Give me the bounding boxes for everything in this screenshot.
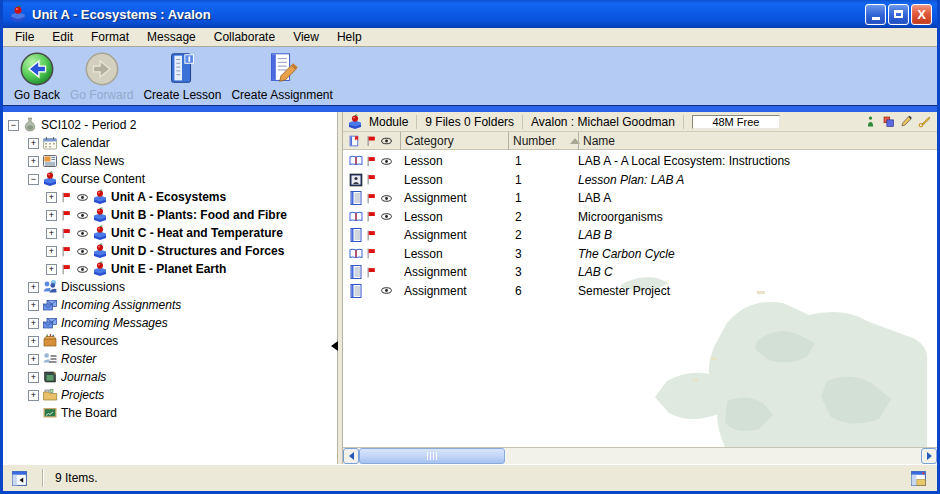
tree-item-label: Incoming Assignments <box>61 298 181 312</box>
expand-box-icon[interactable]: + <box>46 192 57 203</box>
item-type-icon[interactable] <box>348 132 361 150</box>
eye-icon[interactable] <box>380 132 393 150</box>
cell-category: Assignment <box>400 265 508 279</box>
go-forward-icon <box>83 50 121 88</box>
close-button[interactable]: X <box>911 4 932 25</box>
eye-icon <box>380 155 393 168</box>
expand-box-icon[interactable]: + <box>46 246 57 257</box>
tree-item[interactable]: +Discussions <box>3 278 337 296</box>
tree-item[interactable]: −SCI102 - Period 2 <box>3 116 337 134</box>
tree-item[interactable]: +Incoming Assignments <box>3 296 337 314</box>
app-window: Unit A - Ecosystems : Avalon X FileEditF… <box>0 0 940 494</box>
minimize-button[interactable] <box>865 4 886 25</box>
go-back-button[interactable]: Go Back <box>9 50 65 102</box>
menu-edit[interactable]: Edit <box>43 29 82 45</box>
tree-item[interactable]: +Unit C - Heat and Temperature <box>3 224 337 242</box>
pencil-icon[interactable] <box>900 115 913 128</box>
horizontal-scrollbar[interactable] <box>343 447 937 464</box>
create-assignment-button[interactable]: Create Assignment <box>226 50 337 102</box>
eye-icon <box>76 209 89 222</box>
file-row[interactable]: Lesson1Lesson Plan: LAB A <box>343 171 937 190</box>
expand-box-icon[interactable]: + <box>28 156 39 167</box>
column-number-label: Number <box>513 134 556 148</box>
tree-item[interactable]: +Class News <box>3 152 337 170</box>
cell-number: 2 <box>508 210 578 224</box>
flag-icon <box>60 245 73 258</box>
expand-box-icon[interactable]: + <box>28 318 39 329</box>
expand-box-icon[interactable]: + <box>28 138 39 149</box>
file-row[interactable]: Assignment1LAB A <box>343 189 937 208</box>
menu-help[interactable]: Help <box>328 29 371 45</box>
file-row[interactable]: Assignment6Semester Project <box>343 282 937 301</box>
tree-panel[interactable]: −SCI102 - Period 2+Calendar+Class News−C… <box>3 112 337 464</box>
cell-category: Lesson <box>400 173 508 187</box>
tree-item[interactable]: −Course Content <box>3 170 337 188</box>
file-row[interactable]: Assignment2LAB B <box>343 226 937 245</box>
expand-box-icon[interactable]: + <box>46 264 57 275</box>
layers-icon[interactable] <box>882 115 895 128</box>
flag-icon <box>60 227 73 240</box>
scrollbar-thumb[interactable] <box>359 448 505 464</box>
expand-box-icon[interactable]: + <box>28 354 39 365</box>
tree-item[interactable]: +Roster <box>3 350 337 368</box>
scroll-right-button[interactable] <box>921 448 937 464</box>
menu-collaborate[interactable]: Collaborate <box>205 29 284 45</box>
flag-icon[interactable] <box>365 132 378 150</box>
view-mode-icon[interactable] <box>910 470 927 487</box>
tree-item[interactable]: The Board <box>3 404 337 422</box>
tree-item[interactable]: +Unit D - Structures and Forces <box>3 242 337 260</box>
flag-icon <box>365 210 378 223</box>
expand-box-icon[interactable]: + <box>28 336 39 347</box>
menu-view[interactable]: View <box>284 29 328 45</box>
eye-icon <box>76 191 89 204</box>
tree-item-label: Journals <box>61 370 106 384</box>
column-name[interactable]: Name <box>578 132 937 150</box>
cell-number: 1 <box>508 173 578 187</box>
expand-box-icon[interactable]: + <box>28 372 39 383</box>
panel-toggle-icon[interactable] <box>11 470 28 487</box>
journals-icon <box>42 369 58 385</box>
chevron-right-icon <box>927 452 932 460</box>
tree-item[interactable]: +Journals <box>3 368 337 386</box>
menu-message[interactable]: Message <box>138 29 205 45</box>
tree-item[interactable]: +Unit A - Ecosystems <box>3 188 337 206</box>
file-row[interactable]: Lesson1LAB A - A Local Ecosystem: Instru… <box>343 152 937 171</box>
expand-box-icon[interactable]: + <box>28 300 39 311</box>
scroll-left-button[interactable] <box>343 448 359 464</box>
tree-item[interactable]: +Calendar <box>3 134 337 152</box>
file-row[interactable]: Assignment3LAB C <box>343 263 937 282</box>
header-divider <box>522 115 523 129</box>
menu-file[interactable]: File <box>6 29 43 45</box>
eye-icon <box>380 210 393 223</box>
discussions-icon <box>42 279 58 295</box>
file-row[interactable]: Lesson3The Carbon Cycle <box>343 245 937 264</box>
tree-item[interactable]: +Resources <box>3 332 337 350</box>
inbox-icon <box>42 315 58 331</box>
status-bar: 9 Items. <box>3 464 937 491</box>
open-book-icon <box>348 246 364 262</box>
collapse-box-icon[interactable]: − <box>28 174 39 185</box>
column-category[interactable]: Category <box>400 132 508 150</box>
tree-item[interactable]: +Unit B - Plants: Food and Fibre <box>3 206 337 224</box>
tree-item[interactable]: +Unit E - Planet Earth <box>3 260 337 278</box>
file-row[interactable]: Lesson2Microorganisms <box>343 208 937 227</box>
user-icon[interactable] <box>864 115 877 128</box>
maximize-icon <box>894 10 903 18</box>
menu-format[interactable]: Format <box>82 29 138 45</box>
cell-name: Semester Project <box>578 284 937 298</box>
expand-box-icon[interactable]: + <box>28 282 39 293</box>
column-number[interactable]: Number <box>508 132 578 150</box>
eye-icon <box>76 263 89 276</box>
expand-box-icon[interactable]: + <box>46 210 57 221</box>
collapse-box-icon[interactable]: − <box>8 120 19 131</box>
maximize-button[interactable] <box>888 4 909 25</box>
cell-number: 3 <box>508 265 578 279</box>
collapse-panel-icon[interactable] <box>331 341 338 351</box>
create-lesson-button[interactable]: Create Lesson <box>138 50 226 102</box>
gold-pencil-icon[interactable] <box>918 115 931 128</box>
expand-box-icon[interactable]: + <box>28 390 39 401</box>
tree-item[interactable]: +Projects <box>3 386 337 404</box>
tree-item[interactable]: +Incoming Messages <box>3 314 337 332</box>
expand-box-icon[interactable]: + <box>46 228 57 239</box>
titlebar: Unit A - Ecosystems : Avalon X <box>3 0 937 28</box>
